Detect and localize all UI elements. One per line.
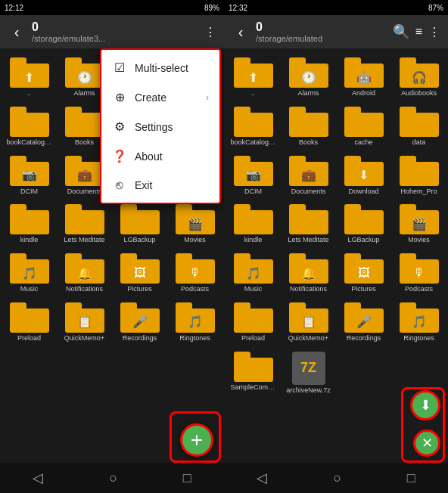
create-icon: ⊕ [112,90,127,104]
folder-icon: 📷 [10,156,49,186]
list-item[interactable]: ⬇ Download [338,153,390,199]
left-nav-recent[interactable]: □ [183,470,191,486]
right-search-icon[interactable]: 🔍 [393,23,409,40]
list-item[interactable]: 🖼 Pictures [338,250,390,296]
list-item[interactable]: kindle [3,201,55,247]
list-item[interactable]: 📷 DCIM [3,153,55,199]
folder-icon: ⬇ [344,156,384,186]
list-item[interactable]: Lets Meditate [282,201,334,247]
folder-icon: 🖼 [344,253,384,284]
file-name: Documents [67,188,102,196]
list-item[interactable]: 🎵 Music [3,250,55,296]
list-item[interactable]: bookCatalogue [3,104,55,150]
left-toolbar: ‹ 0 /storage/emulate3... ⋮ [0,15,224,48]
file-name: Preload [17,334,41,343]
list-item[interactable]: kindle [227,201,279,247]
left-fab-button[interactable]: + [180,423,213,457]
list-item[interactable]: 📋 QuickMemo+ [58,299,110,346]
list-item[interactable]: 🕐 Alarms [282,54,334,101]
folder-icon: 📋 [289,302,328,333]
folder-icon [344,107,384,137]
left-more-icon[interactable]: ⋮ [204,25,216,39]
list-item[interactable]: 🔔 Notifications [58,250,110,296]
list-item[interactable]: 🎵 Ringtones [393,299,445,346]
create-label: Create [135,91,166,104]
folder-icon: 🎤 [344,302,384,333]
right-back-button[interactable]: ‹ [232,23,250,41]
file-name: bookCatalogue [231,138,276,147]
list-item[interactable]: 🎬 Movies [393,201,445,247]
list-item[interactable]: ⬆ .. [227,54,279,101]
left-nav-home[interactable]: ○ [109,470,117,486]
file-name: Documents [291,188,326,196]
file-name: DCIM [20,188,38,196]
left-nav-back[interactable]: ◁ [33,470,43,486]
list-item[interactable]: 📷 DCIM [227,153,279,199]
create-arrow: › [206,92,209,103]
list-item[interactable]: Preload [3,299,55,346]
folder-icon [10,204,49,234]
folder-icon: 🔔 [289,253,328,284]
list-item[interactable]: 🎧 Audiobooks [393,54,445,101]
folder-icon: 🎵 [10,253,49,284]
right-nav-home[interactable]: ○ [333,470,341,486]
list-item[interactable]: Books [282,104,334,150]
folder-icon: 🎵 [176,302,215,333]
list-item[interactable]: 🎙 Podcasts [393,250,445,296]
list-item[interactable]: SampleCompression [227,349,279,398]
file-name: Music [244,285,263,293]
list-item[interactable]: Hohem_Pro [393,153,445,199]
right-download-button[interactable]: ⬇ [410,390,440,420]
list-item[interactable]: cache [338,104,390,150]
list-item[interactable]: LGBackup [114,201,166,247]
folder-icon: 📋 [65,302,104,333]
list-item[interactable]: 🔔 Notifications [282,250,334,296]
folder-icon [120,204,160,234]
list-item[interactable]: 🎵 Music [227,250,279,296]
folder-icon: 🎙 [176,253,215,284]
list-item[interactable]: 🎤 Recordings [114,299,166,346]
menu-settings[interactable]: ⚙ Settings [101,112,219,141]
right-nav-back[interactable]: ◁ [257,470,267,486]
list-item[interactable]: 🎤 Recordings [338,299,390,346]
menu-exit[interactable]: ⎋ Exit [101,171,219,200]
list-item[interactable]: Lets Meditate [58,201,110,247]
left-time: 12:12 [5,4,23,12]
list-item[interactable]: Preload [227,299,279,346]
about-label: About [135,150,163,163]
exit-label: Exit [135,179,152,191]
menu-create[interactable]: ⊕ Create › [101,82,219,112]
menu-multiselect[interactable]: ☑ Multi-select [101,53,219,82]
multiselect-label: Multi-select [135,62,188,74]
file-name: data [412,138,426,147]
menu-about[interactable]: ❓ About [101,141,219,171]
folder-icon: 📷 [234,156,273,186]
list-item[interactable]: 💼 Documents [282,153,334,199]
list-item[interactable]: 🎵 Ringtones [169,299,221,346]
list-item[interactable]: 🤖 Android [338,54,390,101]
folder-icon: 🎧 [400,57,439,88]
folder-icon: 🎤 [120,302,160,333]
right-more-icon[interactable]: ⋮ [428,25,440,39]
list-item[interactable]: 🎬 Movies [169,201,221,247]
file-name: Ringtones [403,334,434,343]
left-back-button[interactable]: ‹ [8,23,26,41]
list-item[interactable]: ⬆ .. [3,54,55,101]
right-list-icon[interactable]: ≡ [415,25,422,39]
right-close-button[interactable]: ✕ [413,429,440,457]
list-item[interactable]: 📋 QuickMemo+ [282,299,334,346]
file-name: kindle [20,236,39,244]
file-name: Hohem_Pro [400,188,437,196]
file-name: Notifications [66,285,103,293]
list-item[interactable]: 7Z archiveNew.7z [282,349,334,398]
list-item[interactable]: data [393,104,445,150]
file-name: Books [299,138,318,147]
folder-icon: 💼 [289,156,328,186]
list-item[interactable]: bookCatalogue [227,104,279,150]
list-item[interactable]: 🎙 Podcasts [169,250,221,296]
right-nav-recent[interactable]: □ [407,470,415,486]
list-item[interactable]: LGBackup [338,201,390,247]
list-item[interactable]: 🖼 Pictures [114,250,166,296]
left-path: /storage/emulate3... [32,34,198,43]
folder-icon [65,107,104,137]
